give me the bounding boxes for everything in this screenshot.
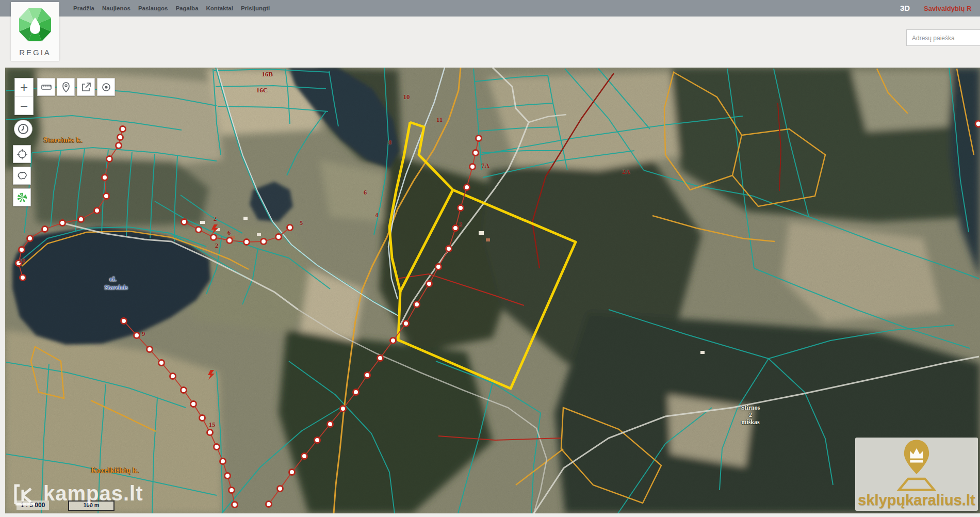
lithuania-extent-button[interactable] xyxy=(13,167,31,185)
locate-button[interactable] xyxy=(97,78,115,96)
layers-wheel-icon xyxy=(16,191,28,204)
zoom-control: + − xyxy=(14,78,34,115)
map-scale-ratio: 1 : 5 000 xyxy=(17,500,49,510)
crosshair-icon xyxy=(16,148,28,160)
ruler-icon xyxy=(41,82,52,93)
zoom-in-button[interactable]: + xyxy=(15,78,33,97)
map-scale-bar: 100 m xyxy=(68,500,115,511)
history-clock-icon xyxy=(17,123,29,135)
locate-icon xyxy=(101,82,112,93)
ruler-button[interactable] xyxy=(37,78,55,96)
aerial-map-canvas xyxy=(5,68,980,513)
nav-prisijungti[interactable]: Prisijungti xyxy=(241,5,270,11)
nav-naujienos[interactable]: Naujienos xyxy=(102,5,130,11)
share-button[interactable] xyxy=(77,78,95,96)
main-nav: Pradžia Naujienos Paslaugos Pagalba Kont… xyxy=(73,0,270,17)
regia-gem-icon xyxy=(11,2,59,49)
lithuania-extent-icon xyxy=(16,170,28,182)
layers-wheel-button[interactable] xyxy=(13,188,31,206)
marker-icon xyxy=(60,82,72,93)
regia-logo[interactable]: REGIA xyxy=(11,2,59,61)
savivaldybiu-link[interactable]: Savivaldybių R xyxy=(924,5,971,12)
nav-kontaktai[interactable]: Kontaktai xyxy=(206,5,233,11)
nav-pradzia[interactable]: Pradžia xyxy=(73,5,94,11)
page: { "header": { "brand": "REGIA", "nav": [… xyxy=(0,0,980,517)
zoom-out-button[interactable]: − xyxy=(15,97,33,116)
regia-brand-text: REGIA xyxy=(11,48,59,57)
marker-button[interactable] xyxy=(57,78,75,96)
mode-3d-button[interactable]: 3D xyxy=(900,4,910,12)
share-icon xyxy=(80,82,92,93)
map-viewport[interactable]: + − xyxy=(5,68,980,513)
nav-paslaugos[interactable]: Paslaugos xyxy=(138,5,168,11)
history-button[interactable] xyxy=(14,120,32,138)
nav-pagalba[interactable]: Pagalba xyxy=(175,5,198,11)
terrain-layer xyxy=(5,68,980,513)
crosshair-button[interactable] xyxy=(13,145,31,163)
address-search-input[interactable] xyxy=(911,30,980,46)
address-search[interactable] xyxy=(906,29,980,46)
